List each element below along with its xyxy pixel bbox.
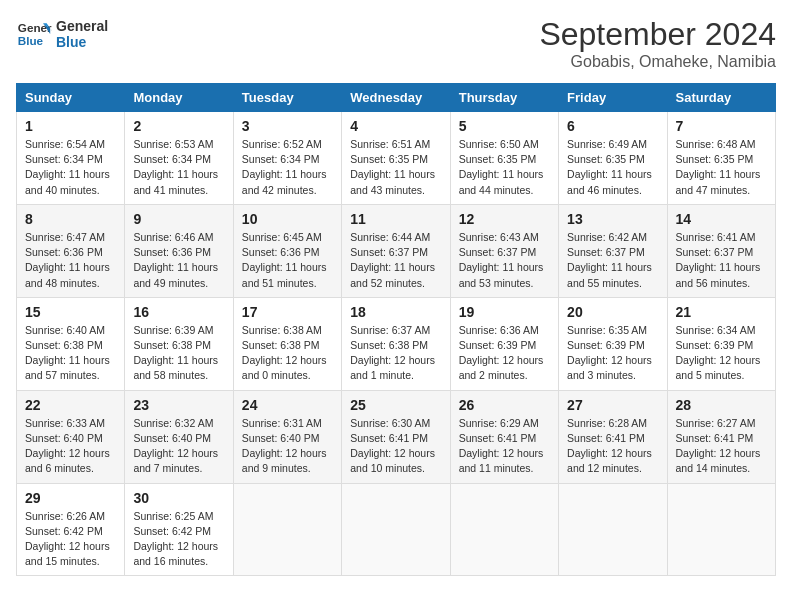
day-info: Sunrise: 6:47 AM Sunset: 6:36 PM Dayligh…: [25, 230, 116, 291]
day-cell: 13Sunrise: 6:42 AM Sunset: 6:37 PM Dayli…: [559, 204, 667, 297]
day-number: 19: [459, 304, 550, 320]
day-cell: 28Sunrise: 6:27 AM Sunset: 6:41 PM Dayli…: [667, 390, 775, 483]
day-cell: 3Sunrise: 6:52 AM Sunset: 6:34 PM Daylig…: [233, 112, 341, 205]
day-info: Sunrise: 6:34 AM Sunset: 6:39 PM Dayligh…: [676, 323, 767, 384]
day-cell: 1Sunrise: 6:54 AM Sunset: 6:34 PM Daylig…: [17, 112, 125, 205]
day-cell: [559, 483, 667, 576]
day-cell: [233, 483, 341, 576]
day-cell: 16Sunrise: 6:39 AM Sunset: 6:38 PM Dayli…: [125, 297, 233, 390]
day-number: 20: [567, 304, 658, 320]
header: General Blue General Blue September 2024…: [16, 16, 776, 71]
logo-general: General: [56, 18, 108, 34]
day-number: 16: [133, 304, 224, 320]
day-cell: 30Sunrise: 6:25 AM Sunset: 6:42 PM Dayli…: [125, 483, 233, 576]
day-cell: 10Sunrise: 6:45 AM Sunset: 6:36 PM Dayli…: [233, 204, 341, 297]
day-info: Sunrise: 6:40 AM Sunset: 6:38 PM Dayligh…: [25, 323, 116, 384]
day-number: 8: [25, 211, 116, 227]
day-cell: 4Sunrise: 6:51 AM Sunset: 6:35 PM Daylig…: [342, 112, 450, 205]
day-number: 15: [25, 304, 116, 320]
day-number: 25: [350, 397, 441, 413]
logo: General Blue General Blue: [16, 16, 108, 52]
day-cell: 17Sunrise: 6:38 AM Sunset: 6:38 PM Dayli…: [233, 297, 341, 390]
weekday-tuesday: Tuesday: [233, 84, 341, 112]
day-number: 14: [676, 211, 767, 227]
day-number: 10: [242, 211, 333, 227]
day-number: 5: [459, 118, 550, 134]
day-number: 6: [567, 118, 658, 134]
day-cell: 9Sunrise: 6:46 AM Sunset: 6:36 PM Daylig…: [125, 204, 233, 297]
logo-blue: Blue: [56, 34, 108, 50]
day-info: Sunrise: 6:33 AM Sunset: 6:40 PM Dayligh…: [25, 416, 116, 477]
day-info: Sunrise: 6:38 AM Sunset: 6:38 PM Dayligh…: [242, 323, 333, 384]
weekday-saturday: Saturday: [667, 84, 775, 112]
day-cell: [667, 483, 775, 576]
day-info: Sunrise: 6:30 AM Sunset: 6:41 PM Dayligh…: [350, 416, 441, 477]
calendar: SundayMondayTuesdayWednesdayThursdayFrid…: [16, 83, 776, 576]
day-number: 18: [350, 304, 441, 320]
day-info: Sunrise: 6:54 AM Sunset: 6:34 PM Dayligh…: [25, 137, 116, 198]
day-info: Sunrise: 6:29 AM Sunset: 6:41 PM Dayligh…: [459, 416, 550, 477]
day-number: 9: [133, 211, 224, 227]
day-info: Sunrise: 6:28 AM Sunset: 6:41 PM Dayligh…: [567, 416, 658, 477]
day-number: 17: [242, 304, 333, 320]
week-row-2: 8Sunrise: 6:47 AM Sunset: 6:36 PM Daylig…: [17, 204, 776, 297]
day-number: 24: [242, 397, 333, 413]
weekday-thursday: Thursday: [450, 84, 558, 112]
day-number: 23: [133, 397, 224, 413]
day-info: Sunrise: 6:26 AM Sunset: 6:42 PM Dayligh…: [25, 509, 116, 570]
day-number: 2: [133, 118, 224, 134]
day-number: 22: [25, 397, 116, 413]
day-info: Sunrise: 6:52 AM Sunset: 6:34 PM Dayligh…: [242, 137, 333, 198]
day-cell: 22Sunrise: 6:33 AM Sunset: 6:40 PM Dayli…: [17, 390, 125, 483]
day-number: 26: [459, 397, 550, 413]
week-row-4: 22Sunrise: 6:33 AM Sunset: 6:40 PM Dayli…: [17, 390, 776, 483]
day-info: Sunrise: 6:46 AM Sunset: 6:36 PM Dayligh…: [133, 230, 224, 291]
day-info: Sunrise: 6:37 AM Sunset: 6:38 PM Dayligh…: [350, 323, 441, 384]
day-cell: 21Sunrise: 6:34 AM Sunset: 6:39 PM Dayli…: [667, 297, 775, 390]
week-row-5: 29Sunrise: 6:26 AM Sunset: 6:42 PM Dayli…: [17, 483, 776, 576]
day-cell: 23Sunrise: 6:32 AM Sunset: 6:40 PM Dayli…: [125, 390, 233, 483]
day-cell: 14Sunrise: 6:41 AM Sunset: 6:37 PM Dayli…: [667, 204, 775, 297]
day-info: Sunrise: 6:53 AM Sunset: 6:34 PM Dayligh…: [133, 137, 224, 198]
day-cell: 25Sunrise: 6:30 AM Sunset: 6:41 PM Dayli…: [342, 390, 450, 483]
day-info: Sunrise: 6:50 AM Sunset: 6:35 PM Dayligh…: [459, 137, 550, 198]
day-info: Sunrise: 6:43 AM Sunset: 6:37 PM Dayligh…: [459, 230, 550, 291]
day-cell: 7Sunrise: 6:48 AM Sunset: 6:35 PM Daylig…: [667, 112, 775, 205]
day-number: 1: [25, 118, 116, 134]
day-cell: 6Sunrise: 6:49 AM Sunset: 6:35 PM Daylig…: [559, 112, 667, 205]
weekday-wednesday: Wednesday: [342, 84, 450, 112]
day-info: Sunrise: 6:31 AM Sunset: 6:40 PM Dayligh…: [242, 416, 333, 477]
day-number: 12: [459, 211, 550, 227]
day-cell: 5Sunrise: 6:50 AM Sunset: 6:35 PM Daylig…: [450, 112, 558, 205]
day-info: Sunrise: 6:48 AM Sunset: 6:35 PM Dayligh…: [676, 137, 767, 198]
day-cell: 26Sunrise: 6:29 AM Sunset: 6:41 PM Dayli…: [450, 390, 558, 483]
calendar-body: 1Sunrise: 6:54 AM Sunset: 6:34 PM Daylig…: [17, 112, 776, 576]
day-cell: 24Sunrise: 6:31 AM Sunset: 6:40 PM Dayli…: [233, 390, 341, 483]
subtitle: Gobabis, Omaheke, Namibia: [539, 53, 776, 71]
day-info: Sunrise: 6:35 AM Sunset: 6:39 PM Dayligh…: [567, 323, 658, 384]
day-number: 11: [350, 211, 441, 227]
day-number: 7: [676, 118, 767, 134]
day-number: 13: [567, 211, 658, 227]
day-info: Sunrise: 6:32 AM Sunset: 6:40 PM Dayligh…: [133, 416, 224, 477]
day-info: Sunrise: 6:39 AM Sunset: 6:38 PM Dayligh…: [133, 323, 224, 384]
day-cell: 2Sunrise: 6:53 AM Sunset: 6:34 PM Daylig…: [125, 112, 233, 205]
day-number: 27: [567, 397, 658, 413]
day-number: 3: [242, 118, 333, 134]
svg-text:Blue: Blue: [18, 34, 44, 47]
day-info: Sunrise: 6:51 AM Sunset: 6:35 PM Dayligh…: [350, 137, 441, 198]
day-info: Sunrise: 6:41 AM Sunset: 6:37 PM Dayligh…: [676, 230, 767, 291]
logo-icon: General Blue: [16, 16, 52, 52]
day-number: 29: [25, 490, 116, 506]
day-number: 4: [350, 118, 441, 134]
day-number: 28: [676, 397, 767, 413]
day-cell: 27Sunrise: 6:28 AM Sunset: 6:41 PM Dayli…: [559, 390, 667, 483]
day-info: Sunrise: 6:42 AM Sunset: 6:37 PM Dayligh…: [567, 230, 658, 291]
day-cell: 19Sunrise: 6:36 AM Sunset: 6:39 PM Dayli…: [450, 297, 558, 390]
week-row-3: 15Sunrise: 6:40 AM Sunset: 6:38 PM Dayli…: [17, 297, 776, 390]
day-cell: 18Sunrise: 6:37 AM Sunset: 6:38 PM Dayli…: [342, 297, 450, 390]
day-info: Sunrise: 6:49 AM Sunset: 6:35 PM Dayligh…: [567, 137, 658, 198]
month-title: September 2024: [539, 16, 776, 53]
day-cell: 12Sunrise: 6:43 AM Sunset: 6:37 PM Dayli…: [450, 204, 558, 297]
day-cell: [450, 483, 558, 576]
